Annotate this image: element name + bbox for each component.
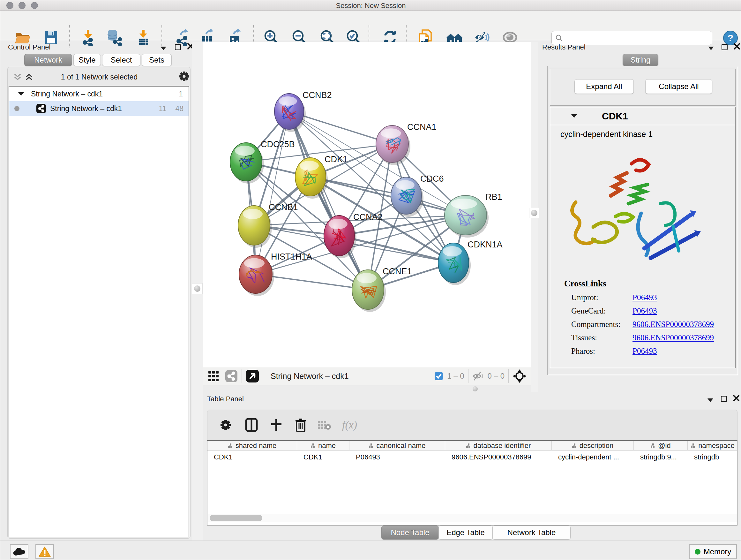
right-splitter-toggle[interactable]	[529, 208, 539, 218]
network-node-CCNE1[interactable]: CCNE1	[352, 266, 412, 312]
network-node-CDC25B[interactable]: CDC25B	[230, 139, 295, 184]
tab-network-table[interactable]: Network Table	[492, 525, 570, 540]
select-columns-icon[interactable]	[245, 418, 258, 432]
delete-column-icon[interactable]	[295, 418, 307, 432]
network-node-CCNA1[interactable]: CCNA1	[376, 122, 436, 165]
table-cell[interactable]: CDK1	[207, 453, 297, 461]
crosslink-link[interactable]: P06493	[632, 347, 657, 356]
column-header-@id[interactable]: @id	[634, 441, 688, 450]
left-splitter-toggle[interactable]	[192, 283, 203, 294]
network-node-CDC6[interactable]: CDC6	[391, 174, 444, 217]
network-edge[interactable]	[289, 111, 368, 290]
grid-view-icon[interactable]	[208, 370, 219, 382]
network-row[interactable]: String Network – cdk1 11 48	[9, 101, 189, 116]
node-label: CCNB1	[269, 202, 298, 212]
tab-edge-table[interactable]: Edge Table	[439, 525, 493, 540]
tab-style[interactable]: Style	[73, 54, 101, 66]
network-edge[interactable]	[256, 111, 289, 274]
horizontal-splitter-handle[interactable]	[473, 386, 478, 391]
protein-card-header[interactable]: CDK1	[550, 107, 735, 125]
crosslink-link[interactable]: 9606.ENSP00000378699	[632, 333, 714, 342]
node-label: CDC25B	[261, 139, 295, 149]
warnings-button[interactable]	[36, 544, 54, 559]
column-header-canonical-name[interactable]: canonical name	[349, 441, 445, 450]
table-cell[interactable]: stringdb:9...	[634, 453, 688, 461]
search-input[interactable]	[563, 34, 704, 43]
tab-select[interactable]: Select	[102, 54, 140, 66]
network-name: String Network – cdk1	[50, 105, 122, 113]
network-node-CDKN1A[interactable]: CDKN1A	[438, 240, 502, 285]
table-panel-header: Table Panel	[203, 392, 741, 412]
protein-card-caret[interactable]	[571, 114, 577, 118]
crosslink-label: Tissues:	[571, 333, 632, 342]
crosslink-label: Pharos:	[571, 347, 632, 356]
edge-count: 48	[175, 105, 184, 113]
table-cell[interactable]: CDK1	[297, 453, 349, 461]
table-panel-menu-caret[interactable]	[708, 397, 713, 403]
add-column-icon[interactable]	[270, 419, 283, 431]
table-cell[interactable]: 9606.ENSP00000378699	[445, 453, 552, 461]
collection-count: 1	[179, 90, 183, 98]
memory-button[interactable]: Memory	[689, 544, 737, 559]
column-header-database-identifier[interactable]: database identifier	[445, 441, 552, 450]
column-header-namespace[interactable]: namespace	[688, 441, 738, 450]
left-splitter[interactable]	[192, 42, 203, 541]
network-collection-row[interactable]: String Network – cdk1 1	[9, 86, 189, 101]
cloud-button[interactable]	[10, 544, 28, 559]
results-panel-close-button[interactable]	[733, 43, 741, 51]
network-node-CCNB2[interactable]: CCNB2	[274, 90, 332, 132]
control-panel-float-button[interactable]	[175, 44, 181, 51]
right-splitter[interactable]	[531, 42, 538, 392]
network-node-HIST1H1A[interactable]: HIST1H1A	[239, 252, 312, 296]
tab-sets[interactable]: Sets	[142, 54, 172, 66]
column-header-name[interactable]: name	[297, 441, 349, 450]
detach-view-icon[interactable]	[246, 369, 259, 383]
column-type-icon	[690, 443, 696, 448]
control-panel-tabs: NetworkStyleSelectSets	[24, 54, 184, 66]
search-icon	[555, 34, 563, 42]
table-cell[interactable]: P06493	[349, 453, 445, 461]
crosslink-label: Compartments:	[571, 320, 632, 329]
table-panel-close-button[interactable]	[732, 394, 740, 403]
hidden-eye-icon[interactable]	[472, 371, 484, 381]
network-node-CCNB1[interactable]: CCNB1	[238, 202, 298, 248]
crosslinks-heading: CrossLinks	[564, 279, 735, 289]
control-panel-menu-caret[interactable]	[160, 46, 166, 51]
collection-expand-caret[interactable]	[18, 92, 24, 96]
birdseye-navigator-icon[interactable]	[513, 369, 527, 383]
selected-checkbox-icon[interactable]	[434, 372, 443, 381]
table-panel-title: Table Panel	[207, 395, 244, 403]
network-node-CDK1[interactable]: CDK1	[295, 154, 347, 199]
tab-network[interactable]: Network	[24, 54, 72, 66]
table-cell[interactable]: cyclin-dependent ...	[552, 453, 634, 461]
results-panel-float-button[interactable]	[722, 44, 728, 51]
table-row[interactable]: CDK1CDK1P064939606.ENSP00000378699cyclin…	[207, 450, 737, 464]
table-cell[interactable]: stringdb	[688, 453, 738, 461]
network-canvas[interactable]: CCNB2CCNA1CDC25BCDK1CDC6RB1CCNB1CCNA2CDK…	[203, 42, 531, 367]
crosslink-link[interactable]: P06493	[632, 293, 657, 302]
share-view-icon[interactable]	[225, 370, 238, 382]
node-label: HIST1H1A	[271, 252, 312, 261]
table-gear-icon[interactable]	[219, 418, 232, 432]
horizontal-splitter[interactable]	[203, 385, 531, 392]
memory-status-dot	[695, 549, 700, 555]
column-header-description[interactable]: description	[552, 441, 634, 450]
crosslink-link[interactable]: P06493	[632, 307, 657, 315]
node-label: RB1	[485, 192, 502, 202]
results-buttons-box: Expand All Collapse All	[550, 69, 736, 106]
main-toolbar: ?	[0, 11, 741, 40]
network-options-gear-icon[interactable]	[178, 70, 191, 84]
table-panel-float-button[interactable]	[721, 396, 727, 403]
node-label: CDKN1A	[468, 240, 502, 249]
function-builder-button-disabled: f(x)	[342, 419, 357, 431]
expand-all-button[interactable]: Expand All	[575, 79, 634, 94]
tab-string[interactable]: String	[623, 54, 658, 66]
results-panel-menu-caret[interactable]	[708, 46, 714, 51]
collapse-all-button[interactable]: Collapse All	[645, 79, 712, 94]
table-hscrollbar[interactable]	[208, 514, 737, 522]
crosslink-link[interactable]: 9606.ENSP00000378699	[632, 320, 714, 329]
table-hscrollbar-thumb[interactable]	[210, 515, 262, 521]
tab-node-table[interactable]: Node Table	[381, 525, 439, 540]
network-node-RB1[interactable]: RB1	[445, 192, 502, 238]
column-header-shared-name[interactable]: shared name	[207, 441, 297, 450]
